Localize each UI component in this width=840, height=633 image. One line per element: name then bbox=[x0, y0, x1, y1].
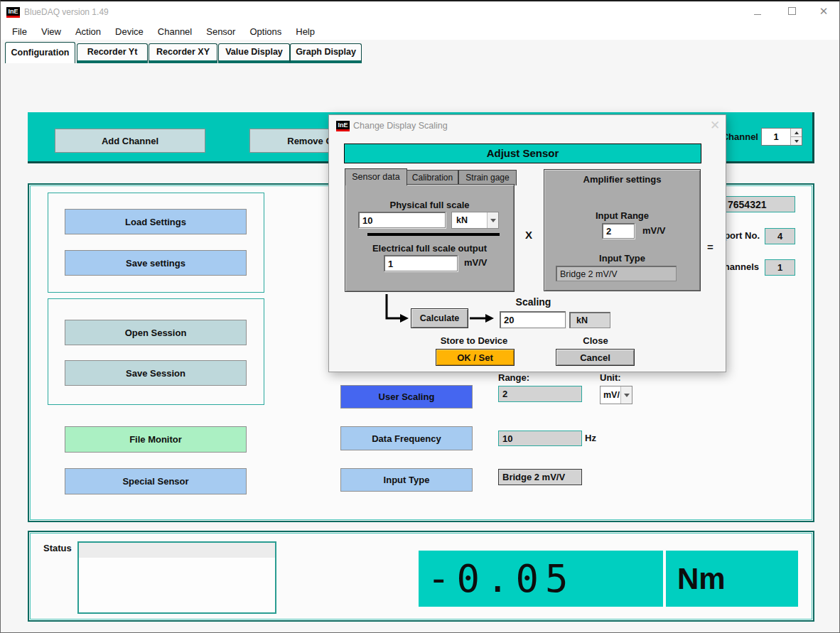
input-range-unit-label: mV/V bbox=[642, 225, 666, 236]
multiply-sign: X bbox=[525, 229, 532, 241]
spin-down-icon[interactable] bbox=[791, 137, 802, 145]
scaling-unit-field: kN bbox=[569, 312, 610, 328]
channel-value: 1 bbox=[762, 129, 790, 145]
status-listbox-header bbox=[79, 543, 275, 558]
measurement-unit-display: Nm bbox=[666, 551, 798, 607]
adjust-sensor-banner: Adjust Sensor bbox=[344, 144, 701, 163]
chevron-down-icon bbox=[624, 394, 630, 397]
minimize-icon bbox=[754, 9, 761, 15]
change-display-scaling-dialog: InE Change Display Scaling ✕ Adjust Sens… bbox=[328, 114, 726, 372]
cancel-button[interactable]: Cancel bbox=[556, 349, 635, 366]
store-to-device-label: Store to Device bbox=[428, 335, 520, 346]
input-type-button[interactable]: Input Type bbox=[340, 468, 473, 492]
menu-view[interactable]: View bbox=[34, 24, 68, 39]
channel-stepper[interactable]: 1 bbox=[761, 128, 802, 146]
dialog-title: Change Display Scaling bbox=[353, 115, 448, 136]
scaling-label: Scaling bbox=[500, 296, 567, 308]
ok-set-button[interactable]: OK / Set bbox=[436, 349, 515, 366]
input-range-label: Input Range bbox=[544, 210, 701, 221]
save-settings-button[interactable]: Save settings bbox=[65, 250, 247, 276]
menu-bar: File View Action Device Channel Sensor O… bbox=[1, 23, 839, 40]
dialog-tab-strain-gage[interactable]: Strain gage bbox=[458, 170, 517, 185]
file-monitor-button[interactable]: File Monitor bbox=[65, 426, 247, 453]
physical-full-scale-label: Physical full scale bbox=[350, 200, 509, 210]
maximize-button[interactable] bbox=[787, 7, 797, 17]
amp-input-type-label: Input Type bbox=[544, 253, 701, 264]
menu-channel[interactable]: Channel bbox=[151, 24, 199, 39]
serial-number-field: 7654321 bbox=[721, 196, 795, 212]
physical-unit-dropdown[interactable]: kN bbox=[451, 212, 499, 229]
close-button[interactable]: ✕ bbox=[819, 6, 829, 16]
electrical-unit-label: mV/V bbox=[464, 257, 488, 268]
dialog-tab-calibration[interactable]: Calibration bbox=[406, 170, 458, 185]
spin-up-icon[interactable] bbox=[791, 129, 802, 137]
settings-group bbox=[48, 193, 264, 293]
tab-recorder-xy[interactable]: Recorder XY bbox=[149, 43, 217, 63]
range-value-field: 2 bbox=[498, 386, 582, 402]
menu-file[interactable]: File bbox=[5, 24, 34, 39]
app-window: InE BlueDAQ version 1.49 ✕ File View Act… bbox=[0, 0, 840, 633]
chevron-down-icon bbox=[490, 219, 496, 222]
physical-unit-value: kN bbox=[456, 215, 468, 225]
calculate-button[interactable]: Calculate bbox=[411, 308, 468, 328]
user-scaling-button[interactable]: User Scaling bbox=[340, 385, 473, 409]
frequency-unit-label: Hz bbox=[585, 433, 596, 443]
title-bar: InE BlueDAQ version 1.49 ✕ bbox=[1, 1, 839, 23]
amplifier-settings-title: Amplifier settings bbox=[544, 174, 701, 185]
channel-stepper-buttons[interactable] bbox=[790, 129, 802, 145]
special-sensor-button[interactable]: Special Sensor bbox=[65, 468, 247, 494]
amp-input-type-field: Bridge 2 mV/V bbox=[556, 266, 677, 281]
maximize-icon bbox=[788, 7, 796, 15]
session-group bbox=[48, 298, 264, 405]
input-type-value-field: Bridge 2 mV/V bbox=[498, 469, 582, 485]
dialog-tab-sensor-data[interactable]: Sensor data bbox=[345, 168, 407, 185]
load-settings-button[interactable]: Load Settings bbox=[65, 209, 247, 234]
measurement-value: -0.05 bbox=[419, 556, 575, 601]
frequency-value-field: 10 bbox=[498, 431, 582, 446]
measurement-display: -0.05 bbox=[419, 551, 663, 607]
tab-value-display[interactable]: Value Display bbox=[218, 43, 290, 63]
dialog-close-button[interactable]: ✕ bbox=[710, 115, 720, 136]
brand-logo-icon: InE bbox=[6, 7, 20, 18]
menu-options[interactable]: Options bbox=[242, 24, 289, 39]
unit-dropdown-button[interactable] bbox=[620, 386, 632, 404]
menu-help[interactable]: Help bbox=[289, 24, 322, 39]
physical-full-scale-input[interactable]: 10 bbox=[358, 212, 446, 228]
status-listbox[interactable] bbox=[77, 541, 276, 614]
electrical-full-scale-label: Electrical full scale output bbox=[350, 243, 509, 254]
physical-unit-dropdown-button[interactable] bbox=[487, 212, 498, 228]
save-session-button[interactable]: Save Session bbox=[65, 360, 247, 386]
unit-value: mV/ bbox=[603, 390, 620, 400]
unit-label: Unit: bbox=[600, 372, 621, 383]
input-range-input[interactable]: 2 bbox=[602, 223, 635, 239]
equals-sign: = bbox=[707, 241, 714, 253]
tab-recorder-yt[interactable]: Recorder Yt bbox=[77, 43, 148, 63]
electrical-full-scale-input[interactable]: 1 bbox=[384, 255, 458, 271]
data-frequency-button[interactable]: Data Frequency bbox=[340, 426, 473, 450]
scaling-value-input[interactable]: 20 bbox=[500, 311, 566, 328]
add-channel-button[interactable]: Add Channel bbox=[55, 129, 205, 153]
channels-value-field: 1 bbox=[765, 259, 795, 276]
unit-dropdown[interactable]: mV/ bbox=[600, 386, 632, 404]
menu-device[interactable]: Device bbox=[108, 24, 151, 39]
close-label: Close bbox=[556, 335, 635, 346]
measurement-unit: Nm bbox=[666, 562, 726, 596]
open-session-button[interactable]: Open Session bbox=[65, 320, 247, 345]
dialog-logo-icon: InE bbox=[336, 121, 350, 131]
menu-sensor[interactable]: Sensor bbox=[199, 24, 242, 39]
minimize-button[interactable] bbox=[753, 7, 763, 17]
menu-action[interactable]: Action bbox=[68, 24, 108, 39]
comport-value-field: 4 bbox=[765, 228, 795, 244]
window-title: BlueDAQ version 1.49 bbox=[24, 1, 109, 23]
range-label: Range: bbox=[498, 372, 529, 383]
status-label: Status bbox=[43, 543, 72, 553]
tab-configuration[interactable]: Configuration bbox=[5, 42, 75, 63]
tab-graph-display[interactable]: Graph Display bbox=[290, 43, 362, 63]
fraction-divider bbox=[367, 233, 500, 236]
